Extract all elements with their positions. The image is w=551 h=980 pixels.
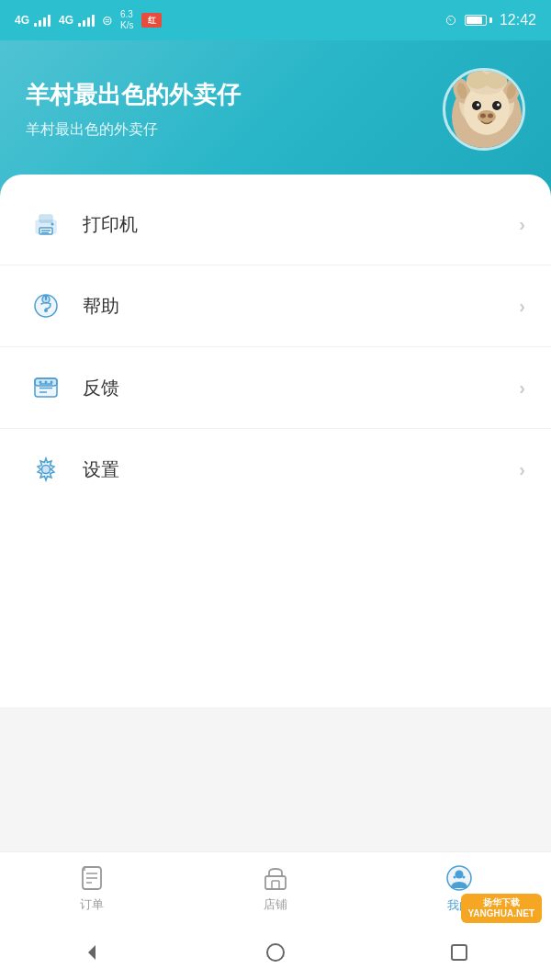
svg-point-44 [454, 875, 456, 878]
shop-tab-icon [263, 865, 288, 891]
profile-info: 羊村最出色的外卖仔 羊村最出色的外卖仔 [26, 79, 443, 140]
battery-icon [465, 15, 492, 26]
status-bar: 4G 4G ⊜ 6.3K/s 红 ⏲ 12:42 [0, 0, 551, 40]
svg-rect-48 [452, 945, 467, 960]
svg-point-9 [485, 71, 507, 89]
status-left: 4G 4G ⊜ 6.3K/s 红 [15, 9, 162, 31]
settings-arrow: › [519, 459, 525, 480]
svg-rect-41 [272, 881, 279, 889]
shop-tab-label: 店铺 [264, 896, 287, 913]
recent-button[interactable] [436, 929, 482, 975]
svg-point-13 [497, 104, 500, 107]
svg-point-32 [39, 381, 42, 384]
printer-icon [32, 210, 60, 238]
network-speed: 6.3K/s [120, 9, 133, 31]
svg-point-34 [51, 381, 53, 384]
svg-point-10 [472, 101, 481, 110]
printer-icon-wrapper [26, 204, 66, 244]
svg-point-43 [455, 870, 464, 878]
settings-icon [32, 456, 60, 483]
home-icon [264, 941, 287, 963]
tab-orders[interactable]: 订单 [0, 852, 184, 925]
svg-rect-18 [39, 215, 52, 222]
recent-icon [448, 941, 470, 963]
nav-bar [0, 925, 551, 980]
carrier2-label: 4G [59, 14, 73, 27]
svg-point-12 [477, 104, 479, 107]
feedback-icon-wrapper [26, 367, 66, 408]
svg-point-22 [51, 223, 54, 226]
orders-tab-label: 订单 [80, 896, 104, 913]
alarm-icon: ⏲ [444, 13, 457, 28]
help-icon [32, 292, 60, 320]
feedback-icon [32, 374, 60, 401]
settings-icon-wrapper [26, 449, 66, 490]
carrier-icon: 红 [141, 13, 162, 28]
avatar[interactable] [443, 68, 525, 151]
back-button[interactable] [69, 929, 115, 975]
menu-item-printer[interactable]: 打印机 › [0, 184, 551, 265]
svg-point-11 [492, 101, 501, 110]
menu-item-settings[interactable]: 设置 › [0, 429, 551, 510]
menu-item-feedback[interactable]: 反馈 › [0, 347, 551, 429]
menu-item-help[interactable]: 帮助 › [0, 265, 551, 347]
help-arrow: › [519, 296, 525, 317]
status-right: ⏲ 12:42 [444, 12, 536, 28]
watermark-line1: 扬华下载 [483, 897, 520, 908]
svg-point-16 [488, 114, 493, 118]
svg-point-14 [478, 110, 496, 123]
svg-point-45 [463, 875, 466, 878]
mine-tab-icon [445, 864, 473, 892]
svg-point-47 [267, 944, 284, 961]
home-button[interactable] [253, 929, 298, 975]
feedback-label: 反馈 [83, 376, 519, 400]
svg-marker-46 [88, 945, 96, 960]
help-label: 帮助 [83, 294, 519, 319]
feedback-arrow: › [519, 377, 525, 399]
profile-header: 羊村最出色的外卖仔 羊村最出色的外卖仔 [0, 40, 551, 197]
watermark: 扬华下载 YANGHUA.NET [461, 894, 542, 923]
carrier1-label: 4G [15, 14, 29, 27]
profile-name: 羊村最出色的外卖仔 [26, 79, 443, 111]
wifi-icon: ⊜ [102, 13, 113, 28]
svg-point-15 [480, 114, 486, 118]
watermark-line2: YANGHUA.NET [468, 908, 534, 919]
back-icon [81, 941, 103, 963]
printer-arrow: › [519, 214, 525, 235]
tab-shop[interactable]: 店铺 [184, 852, 367, 925]
signal-bars-2 [78, 14, 95, 27]
help-icon-wrapper [26, 286, 66, 326]
orders-tab-icon [79, 865, 105, 891]
printer-label: 打印机 [83, 212, 519, 237]
avatar-image [445, 71, 525, 151]
svg-rect-40 [265, 876, 286, 889]
time-display: 12:42 [500, 12, 536, 28]
signal-bars-1 [34, 14, 51, 27]
profile-subtitle: 羊村最出色的外卖仔 [26, 120, 443, 140]
svg-point-33 [45, 381, 48, 384]
settings-label: 设置 [83, 457, 519, 482]
main-card: 打印机 › 帮助 › [0, 175, 551, 707]
